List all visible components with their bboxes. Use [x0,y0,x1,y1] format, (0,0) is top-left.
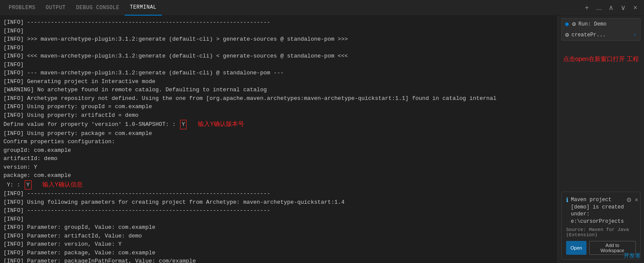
run-demo-item[interactable]: ⚙ Run: Demo [562,19,640,29]
watermark: 开发者 [624,252,641,260]
tab-terminal[interactable]: TERMINAL [125,0,162,16]
version-input-box: Y [180,120,187,129]
terminal-line: [INFO] Using property: artifactId = demo [3,111,554,120]
sidebar-annotation: 点击open在新窗口打开 工程 [558,52,644,67]
tab-output[interactable]: OUTPUT [41,0,71,16]
terminal-line: [INFO] <<< maven-archetype-plugin:3.1.2:… [3,52,554,61]
terminal-line: [INFO] >>> maven-archetype-plugin:3.1.2:… [3,35,554,44]
terminal-line: [INFO] Parameter: artifactId, Value: dem… [3,232,554,241]
terminal-line: [INFO] [3,215,554,224]
terminal-line-confirm: Y: : Y 输入Y确认信息 [3,180,554,190]
notification-close-button[interactable]: × [634,196,638,203]
terminal-line: [INFO] [3,44,554,52]
notification-text: Maven project [demo] is created under: e… [571,196,624,225]
chevron-down-button[interactable]: ∨ [618,3,628,13]
active-indicator [565,22,569,26]
gear-icon: ⚙ [572,20,576,28]
close-panel-button[interactable]: × [630,3,641,13]
terminal-line: groupId: com.example [3,146,554,155]
notification-header: ℹ Maven project [demo] is created under:… [566,196,636,225]
confirm-input-box: Y [25,180,32,190]
terminal-line: [INFO] Using property: groupId = com.exa… [3,103,554,111]
notification-gear-button[interactable]: ⚙ [626,196,632,203]
confirm-annotation: 输入Y确认信息 [42,181,83,188]
tab-bar: PROBLEMS OUTPUT DEBUG CONSOLE TERMINAL +… [0,0,644,16]
info-icon: ℹ [566,196,568,204]
terminal-selector-dropdown: ⚙ Run: Demo ⚙ createPr... ✓ [561,18,641,41]
tab-problems[interactable]: PROBLEMS [3,0,41,16]
check-icon: ✓ [634,32,637,38]
terminal-line: [INFO] Archetype repository not defined.… [3,94,554,103]
terminal-line: [INFO] [3,27,554,35]
terminal-line: artifactId: demo [3,154,554,163]
run-demo-label: Run: Demo [578,21,606,27]
terminal-line: [INFO] Parameter: version, Value: Y [3,240,554,249]
terminal-panel[interactable]: [INFO] ---------------------------------… [0,16,557,263]
terminal-line: [INFO] Parameter: package, Value: com.ex… [3,249,554,257]
open-button[interactable]: Open [566,241,586,255]
terminal-line: Confirm properties configuration: [3,138,554,146]
terminal-line: [INFO] --- maven-archetype-plugin:3.1.2:… [3,69,554,77]
terminal-line: [INFO] ---------------------------------… [3,206,554,215]
terminal-line: package: com.example [3,171,554,180]
main-area: [INFO] ---------------------------------… [0,16,644,263]
tab-bar-actions: + ... ∧ ∨ × [582,3,641,13]
notification-popup: ℹ Maven project [demo] is created under:… [561,192,641,260]
right-sidebar: ⚙ Run: Demo ⚙ createPr... ✓ 点击open在新窗口打开… [557,16,644,263]
terminal-line: [INFO] Generating project in Interactive… [3,77,554,86]
terminal-line: [INFO] Parameter: groupId, Value: com.ex… [3,223,554,232]
terminal-line: [INFO] ---------------------------------… [3,189,554,198]
terminal-line: [INFO] Parameter: packageInPathFormat, V… [3,257,554,263]
version-annotation: 输入Y确认版本号 [198,120,244,127]
create-pr-label: createPr... [571,32,605,38]
terminal-line: [WARNING] No archetype found in remote c… [3,86,554,94]
terminal-line: version: Y [3,163,554,172]
create-pr-item[interactable]: ⚙ createPr... ✓ [562,29,640,40]
notification-source: Source: Maven for Java (Extension) [566,227,636,237]
gear-icon: ⚙ [565,31,569,38]
chevron-up-button[interactable]: ∧ [606,3,616,13]
terminal-line: [INFO] [3,61,554,69]
add-terminal-button[interactable]: + [582,3,592,13]
terminal-line: [INFO] Using following parameters for cr… [3,198,554,207]
more-options-button[interactable]: ... [594,3,604,13]
tab-debug-console[interactable]: DEBUG CONSOLE [71,0,125,16]
terminal-line-version: Define value for property 'version' 1.0-… [3,119,554,129]
terminal-line: [INFO] Using property: package = com.exa… [3,129,554,138]
terminal-line: [INFO] ---------------------------------… [3,18,554,27]
